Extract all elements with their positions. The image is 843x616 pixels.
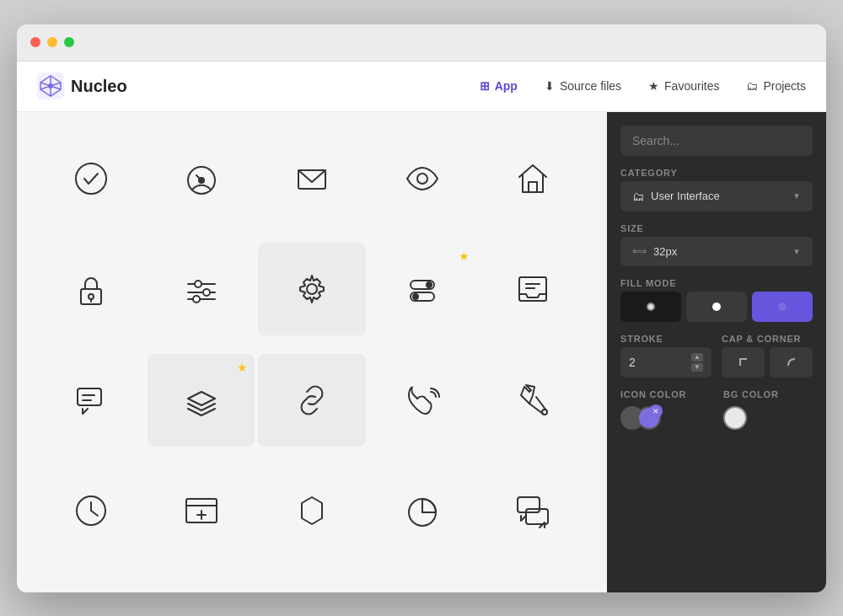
star-icon: ★ — [648, 79, 659, 93]
svg-line-30 — [529, 404, 543, 414]
stroke-up-button[interactable]: ▲ — [691, 353, 703, 362]
size-dropdown[interactable]: ⟺ 32px ▼ — [620, 237, 813, 266]
icon-link[interactable] — [258, 354, 365, 447]
fill-mode-label: FILL MODE — [620, 278, 813, 288]
download-icon: ⬇ — [545, 79, 555, 93]
svg-rect-8 — [529, 182, 537, 192]
maximize-button[interactable] — [64, 37, 74, 47]
svg-point-15 — [203, 289, 210, 296]
svg-point-17 — [193, 296, 200, 303]
icon-phone[interactable] — [369, 354, 476, 447]
bg-color-white-swatch[interactable] — [723, 406, 747, 430]
svg-point-20 — [427, 282, 432, 287]
icon-check-circle[interactable] — [37, 132, 144, 225]
star-badge-layers: ★ — [237, 361, 248, 374]
icon-browser-add[interactable] — [148, 464, 255, 557]
svg-marker-39 — [302, 497, 322, 524]
icon-lock[interactable] — [37, 243, 144, 335]
fill-mode-purple[interactable] — [752, 292, 813, 322]
icon-pie-chart[interactable] — [369, 464, 476, 557]
bg-color-swatches — [723, 403, 813, 433]
nav-item-favourites[interactable]: ★ Favourites — [648, 79, 719, 93]
stroke-down-button[interactable]: ▼ — [691, 363, 703, 372]
icon-layers[interactable]: ★ — [148, 354, 255, 447]
app-window: Nucleo ⊞ App ⬇ Source files ★ Favourites… — [17, 24, 826, 592]
svg-point-18 — [307, 284, 317, 294]
fill-mode-outline[interactable] — [620, 292, 681, 322]
svg-point-14 — [195, 281, 201, 287]
outline-dot — [647, 303, 655, 311]
icon-sliders[interactable] — [148, 243, 255, 335]
app-icon: ⊞ — [480, 79, 490, 93]
stroke-input: 2 ▲ ▼ — [620, 347, 711, 378]
titlebar — [17, 24, 826, 62]
size-label: SIZE — [620, 223, 813, 233]
category-section: CATEGORY 🗂 User Interface ▼ — [620, 168, 813, 212]
category-label: CATEGORY — [620, 168, 813, 178]
svg-line-29 — [536, 397, 546, 410]
icon-clock[interactable] — [37, 464, 144, 557]
svg-point-22 — [413, 294, 418, 299]
icon-toggle[interactable]: ★ — [369, 243, 476, 335]
icon-tools[interactable] — [480, 354, 587, 447]
main-content: ★ — [17, 112, 826, 592]
svg-point-7 — [417, 174, 427, 184]
bg-color-label: BG COLOR — [723, 389, 813, 399]
nav-item-app[interactable]: ⊞ App — [480, 79, 518, 93]
stroke-label: STROKE — [620, 334, 711, 344]
svg-rect-41 — [518, 497, 540, 512]
chevron-down-icon: ▼ — [792, 247, 801, 256]
logo-text: Nucleo — [71, 77, 127, 96]
svg-point-2 — [76, 163, 106, 194]
icon-eye[interactable] — [369, 132, 476, 225]
minimize-button[interactable] — [47, 37, 57, 47]
icon-color-label: ICON COLOR — [620, 389, 710, 399]
fill-mode-options — [620, 292, 813, 322]
svg-point-1 — [48, 83, 53, 88]
svg-point-31 — [542, 410, 547, 415]
icon-speedometer[interactable] — [148, 132, 255, 225]
purple-dot — [778, 303, 787, 311]
icon-grid: ★ — [17, 112, 607, 592]
nav-item-projects[interactable]: 🗂 Projects — [746, 79, 806, 93]
folder-icon: 🗂 — [746, 79, 758, 93]
icon-color-swatches: ✕ — [620, 403, 710, 433]
close-button[interactable] — [30, 37, 40, 47]
fill-mode-filled[interactable] — [686, 292, 747, 322]
icon-envelope[interactable] — [258, 132, 365, 225]
cap-round-button[interactable] — [770, 347, 813, 378]
icon-color-section: ICON COLOR ✕ — [620, 389, 710, 433]
navbar: Nucleo ⊞ App ⬇ Source files ★ Favourites… — [17, 62, 826, 112]
cap-corner-options — [722, 347, 813, 378]
svg-line-34 — [91, 511, 98, 516]
bg-color-section: BG COLOR — [723, 389, 813, 433]
icon-home[interactable] — [480, 132, 587, 225]
traffic-lights — [30, 37, 74, 47]
folder-small-icon: 🗂 — [632, 190, 644, 203]
star-badge: ★ — [459, 249, 470, 263]
fill-mode-section: FILL MODE — [620, 278, 813, 322]
chevron-down-icon: ▼ — [792, 191, 801, 201]
stroke-section: STROKE 2 ▲ ▼ — [620, 334, 711, 378]
icon-hexagon[interactable] — [258, 464, 365, 557]
icon-color-remove-button[interactable]: ✕ — [649, 404, 663, 418]
resize-icon: ⟺ — [632, 245, 647, 257]
icon-chat[interactable] — [37, 354, 144, 447]
cap-corner-label: CAP & CORNER — [722, 334, 813, 344]
logo: Nucleo — [37, 72, 127, 99]
icon-settings[interactable] — [258, 243, 365, 335]
icon-chat-multi[interactable] — [480, 464, 587, 557]
cap-square-button[interactable] — [722, 347, 765, 378]
search-input[interactable] — [620, 126, 813, 156]
filled-dot — [712, 303, 721, 311]
size-value: 32px — [653, 245, 792, 258]
icon-color-purple-wrap: ✕ — [644, 406, 661, 430]
icon-inbox[interactable] — [480, 243, 587, 335]
nav-item-source-files[interactable]: ⬇ Source files — [545, 79, 621, 93]
category-dropdown[interactable]: 🗂 User Interface ▼ — [620, 181, 813, 212]
nav-menu: ⊞ App ⬇ Source files ★ Favourites 🗂 Proj… — [480, 79, 806, 93]
logo-icon — [37, 72, 64, 99]
category-value: User Interface — [651, 190, 792, 202]
sidebar: CATEGORY 🗂 User Interface ▼ SIZE ⟺ 32px … — [607, 112, 826, 592]
size-section: SIZE ⟺ 32px ▼ — [620, 223, 813, 266]
